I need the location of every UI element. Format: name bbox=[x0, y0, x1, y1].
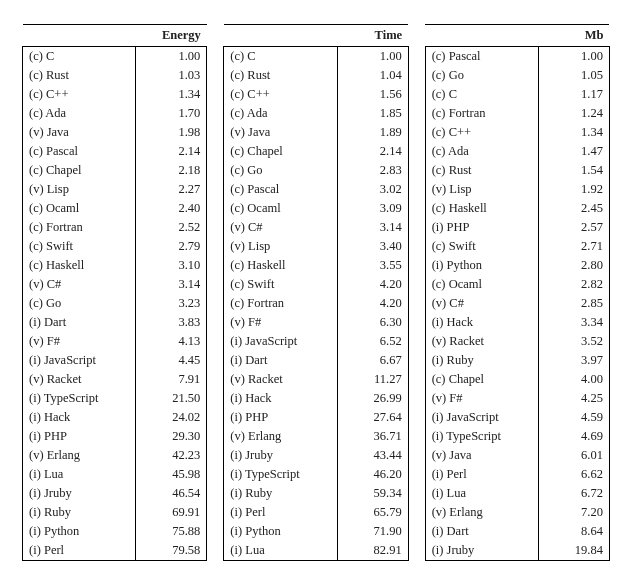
column-header-metric: Time bbox=[337, 25, 408, 47]
value-cell: 1.92 bbox=[538, 180, 609, 199]
language-cell: (c) Ocaml bbox=[425, 275, 538, 294]
value-cell: 1.17 bbox=[538, 85, 609, 104]
language-cell: (i) Ruby bbox=[224, 484, 337, 503]
language-cell: (c) Haskell bbox=[425, 199, 538, 218]
language-cell: (c) Swift bbox=[224, 275, 337, 294]
value-cell: 65.79 bbox=[337, 503, 408, 522]
table-row: (i) TypeScript4.69 bbox=[425, 427, 609, 446]
language-cell: (c) Swift bbox=[23, 237, 136, 256]
language-cell: (c) Ocaml bbox=[224, 199, 337, 218]
language-cell: (v) Java bbox=[23, 123, 136, 142]
table-row: (i) Jruby43.44 bbox=[224, 446, 408, 465]
value-cell: 2.71 bbox=[538, 237, 609, 256]
table-header-row: Mb bbox=[425, 25, 609, 47]
table-row: (v) C#2.85 bbox=[425, 294, 609, 313]
language-cell: (v) C# bbox=[23, 275, 136, 294]
language-cell: (i) PHP bbox=[425, 218, 538, 237]
table-row: (i) Lua6.72 bbox=[425, 484, 609, 503]
language-cell: (i) Hack bbox=[224, 389, 337, 408]
table-row: (c) Ada1.47 bbox=[425, 142, 609, 161]
table-row: (v) Erlang36.71 bbox=[224, 427, 408, 446]
value-cell: 46.20 bbox=[337, 465, 408, 484]
value-cell: 21.50 bbox=[136, 389, 207, 408]
language-cell: (v) F# bbox=[23, 332, 136, 351]
language-cell: (c) Ada bbox=[425, 142, 538, 161]
value-cell: 2.45 bbox=[538, 199, 609, 218]
language-cell: (c) Fortran bbox=[224, 294, 337, 313]
value-cell: 2.18 bbox=[136, 161, 207, 180]
table-row: (c) Rust1.04 bbox=[224, 66, 408, 85]
value-cell: 2.27 bbox=[136, 180, 207, 199]
value-cell: 4.00 bbox=[538, 370, 609, 389]
table-row: (i) PHP29.30 bbox=[23, 427, 207, 446]
table-row: (v) Erlang7.20 bbox=[425, 503, 609, 522]
language-cell: (c) Chapel bbox=[425, 370, 538, 389]
value-cell: 2.79 bbox=[136, 237, 207, 256]
table-row: (c) C++1.34 bbox=[425, 123, 609, 142]
value-cell: 3.14 bbox=[136, 275, 207, 294]
language-cell: (c) Go bbox=[425, 66, 538, 85]
table-row: (v) Racket11.27 bbox=[224, 370, 408, 389]
language-cell: (v) Java bbox=[425, 446, 538, 465]
language-cell: (i) JavaScript bbox=[425, 408, 538, 427]
language-cell: (v) Lisp bbox=[425, 180, 538, 199]
table-header-row: Energy bbox=[23, 25, 207, 47]
language-cell: (i) Hack bbox=[23, 408, 136, 427]
table-row: (c) Haskell2.45 bbox=[425, 199, 609, 218]
value-cell: 2.52 bbox=[136, 218, 207, 237]
table-row: (c) Chapel4.00 bbox=[425, 370, 609, 389]
table-row: (i) Perl65.79 bbox=[224, 503, 408, 522]
table-header-row: Time bbox=[224, 25, 408, 47]
table-row: (c) Ada1.85 bbox=[224, 104, 408, 123]
value-cell: 1.34 bbox=[136, 85, 207, 104]
value-cell: 4.69 bbox=[538, 427, 609, 446]
table-row: (c) C1.17 bbox=[425, 85, 609, 104]
value-cell: 7.91 bbox=[136, 370, 207, 389]
value-cell: 79.58 bbox=[136, 541, 207, 561]
value-cell: 11.27 bbox=[337, 370, 408, 389]
language-cell: (i) JavaScript bbox=[224, 332, 337, 351]
value-cell: 6.62 bbox=[538, 465, 609, 484]
value-cell: 4.59 bbox=[538, 408, 609, 427]
language-cell: (v) Lisp bbox=[224, 237, 337, 256]
language-cell: (v) F# bbox=[224, 313, 337, 332]
column-header-metric: Mb bbox=[538, 25, 609, 47]
table-row: (i) PHP27.64 bbox=[224, 408, 408, 427]
language-cell: (c) Ada bbox=[23, 104, 136, 123]
table-row: (v) C#3.14 bbox=[224, 218, 408, 237]
value-cell: 1.00 bbox=[538, 47, 609, 67]
table-row: (v) C#3.14 bbox=[23, 275, 207, 294]
table-row: (c) Rust1.03 bbox=[23, 66, 207, 85]
value-cell: 1.70 bbox=[136, 104, 207, 123]
value-cell: 42.23 bbox=[136, 446, 207, 465]
table-energy: Energy(c) C1.00(c) Rust1.03(c) C++1.34(c… bbox=[22, 24, 207, 561]
value-cell: 19.84 bbox=[538, 541, 609, 561]
table-row: (i) Python75.88 bbox=[23, 522, 207, 541]
table-row: (c) C++1.56 bbox=[224, 85, 408, 104]
value-cell: 4.25 bbox=[538, 389, 609, 408]
value-cell: 2.40 bbox=[136, 199, 207, 218]
value-cell: 3.23 bbox=[136, 294, 207, 313]
value-cell: 3.10 bbox=[136, 256, 207, 275]
value-cell: 82.91 bbox=[337, 541, 408, 561]
table-row: (i) JavaScript4.45 bbox=[23, 351, 207, 370]
table-row: (c) Pascal3.02 bbox=[224, 180, 408, 199]
table-row: (c) C1.00 bbox=[224, 47, 408, 67]
value-cell: 4.20 bbox=[337, 275, 408, 294]
value-cell: 1.34 bbox=[538, 123, 609, 142]
table-row: (i) TypeScript46.20 bbox=[224, 465, 408, 484]
language-cell: (i) Ruby bbox=[425, 351, 538, 370]
table-row: (i) Ruby3.97 bbox=[425, 351, 609, 370]
column-header-metric: Energy bbox=[136, 25, 207, 47]
table-row: (c) Ocaml3.09 bbox=[224, 199, 408, 218]
language-cell: (v) Erlang bbox=[425, 503, 538, 522]
language-cell: (c) Go bbox=[23, 294, 136, 313]
language-cell: (i) Dart bbox=[23, 313, 136, 332]
language-cell: (c) Haskell bbox=[224, 256, 337, 275]
language-cell: (v) Erlang bbox=[23, 446, 136, 465]
table-row: (i) Python2.80 bbox=[425, 256, 609, 275]
table-row: (c) C++1.34 bbox=[23, 85, 207, 104]
table-row: (i) Jruby19.84 bbox=[425, 541, 609, 561]
language-cell: (c) Ocaml bbox=[23, 199, 136, 218]
table-row: (c) Go2.83 bbox=[224, 161, 408, 180]
